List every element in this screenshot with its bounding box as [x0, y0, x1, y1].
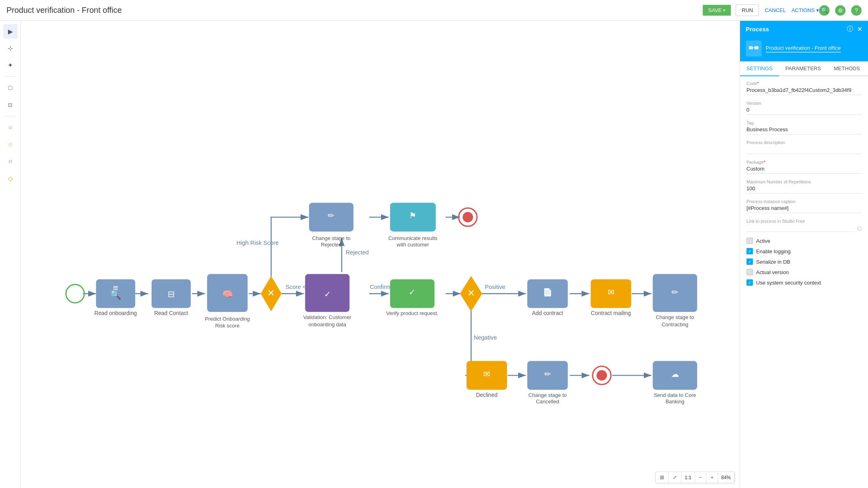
- label-rejected: Rejected: [346, 249, 369, 256]
- svg-text:Declined: Declined: [476, 392, 498, 398]
- diagram-canvas[interactable]: Score <45 High Risk Score Rejected Confi…: [21, 21, 740, 488]
- checkbox-serialize-row: ✓ Serialize in DB: [746, 258, 862, 265]
- checkbox-active[interactable]: [746, 238, 753, 244]
- lasso-tool[interactable]: ⊡: [3, 98, 18, 112]
- version-label: Version: [746, 101, 862, 106]
- checkbox-actual-version-row: Actual version: [746, 269, 862, 275]
- end-bottom-inner: [596, 370, 607, 380]
- process-instance-caption-label: Process instance caption: [746, 199, 862, 204]
- grid-button[interactable]: ⊞: [656, 472, 669, 483]
- svg-text:✏: ✏: [544, 370, 551, 378]
- actions-button[interactable]: ACTIONS ▾: [791, 7, 819, 13]
- max-repetitions-label: Maximum Number of Repetitions: [746, 179, 862, 184]
- checkbox-actual-version-label: Actual version: [756, 269, 789, 275]
- checkbox-serialize[interactable]: ✓: [746, 258, 753, 265]
- tab-settings[interactable]: SETTINGS: [740, 61, 779, 76]
- ratio-label: 1:1: [681, 472, 695, 483]
- svg-text:Change stage to: Change stage to: [656, 314, 694, 320]
- svg-text:📄: 📄: [543, 287, 553, 297]
- fit-button[interactable]: ⤢: [669, 472, 681, 483]
- process-flow-icon: [748, 43, 759, 54]
- svg-text:⚑: ⚑: [409, 211, 416, 220]
- right-panel: Process ⓘ ✕ Product verification - Front…: [740, 21, 868, 488]
- close-icon[interactable]: ✕: [857, 25, 862, 33]
- version-value[interactable]: 0: [746, 107, 862, 115]
- svg-text:🔍: 🔍: [110, 289, 122, 300]
- checkbox-logging-label: Enable logging: [756, 248, 791, 254]
- field-process-instance-caption: Process instance caption [#Process name#…: [746, 199, 862, 213]
- svg-text:with customer: with customer: [396, 242, 429, 248]
- run-button[interactable]: RUN: [736, 4, 759, 16]
- tag-value[interactable]: Business Process: [746, 126, 862, 134]
- process-instance-caption-value[interactable]: [#Process name#]: [746, 205, 862, 213]
- checkbox-actual-version[interactable]: [746, 269, 753, 275]
- move-tool[interactable]: ⊹: [3, 41, 18, 55]
- svg-text:✉: ✉: [608, 288, 614, 297]
- max-repetitions-value[interactable]: 100: [746, 185, 862, 193]
- link-value[interactable]: [746, 225, 855, 232]
- right-panel-title: Process: [746, 26, 769, 33]
- svg-text:✉: ✉: [483, 370, 490, 378]
- start-node[interactable]: [66, 285, 84, 303]
- red-circle-tool[interactable]: ○: [3, 154, 18, 169]
- save-button[interactable]: SAVE ▾: [703, 5, 731, 16]
- svg-text:Risk score: Risk score: [215, 323, 239, 329]
- svg-text:Contract mailing: Contract mailing: [591, 310, 631, 317]
- cancel-button[interactable]: CANCEL: [765, 7, 786, 13]
- checkbox-security[interactable]: ✓: [746, 279, 753, 286]
- toolbar-separator-2: [4, 116, 16, 116]
- form-section-main: Code* Process_b3ba1d7_fb422f4Custom2_3db…: [740, 76, 868, 295]
- gear-icon[interactable]: ⚙: [835, 5, 846, 16]
- package-value[interactable]: Custom: [746, 166, 862, 174]
- settings-form: Code* Process_b3ba1d7_fb422f4Custom2_3db…: [740, 76, 868, 488]
- field-process-description: Process description: [746, 140, 862, 154]
- right-panel-header-icons: ⓘ ✕: [847, 25, 862, 33]
- svg-text:Cancelled: Cancelled: [536, 399, 559, 405]
- field-max-repetitions: Maximum Number of Repetitions 100: [746, 179, 862, 193]
- external-link-icon[interactable]: ⬡: [857, 226, 862, 232]
- svg-text:Validation: Customer: Validation: Customer: [303, 314, 352, 320]
- diamond-tool[interactable]: ◇: [3, 171, 18, 185]
- process-description-value[interactable]: [746, 146, 862, 154]
- svg-text:✕: ✕: [267, 288, 275, 298]
- svg-text:✏: ✏: [328, 211, 335, 220]
- page-title: Product verification - Front office: [6, 6, 696, 15]
- search-icon[interactable]: 🔍: [819, 5, 829, 16]
- svg-text:✓: ✓: [324, 290, 331, 299]
- svg-text:Contracting: Contracting: [661, 321, 688, 327]
- pointer-tool[interactable]: ▶: [3, 24, 18, 39]
- code-value[interactable]: Process_b3ba1d7_fb422f4Custom2_3db34f9: [746, 87, 862, 95]
- svg-text:⊟: ⊟: [168, 289, 175, 299]
- connect-tool[interactable]: ✦: [3, 58, 18, 72]
- settings-tabs: SETTINGS PARAMETERS METHODS: [740, 61, 868, 76]
- field-package: Package* Custom: [746, 160, 862, 174]
- checkbox-active-row: Active: [746, 238, 862, 244]
- zoom-in-button[interactable]: +: [706, 472, 718, 483]
- info-icon[interactable]: ⓘ: [847, 25, 853, 33]
- field-link: Link to process in Studio Free ⬡: [746, 219, 862, 232]
- svg-rect-38: [749, 46, 753, 49]
- label-positive: Positive: [485, 284, 505, 290]
- label-highriskscore: High Risk Score: [237, 240, 279, 246]
- zoom-out-button[interactable]: −: [695, 472, 707, 483]
- circle-tool[interactable]: ○: [3, 120, 18, 135]
- checkbox-enable-logging[interactable]: ✓: [746, 248, 753, 254]
- toolbar-separator: [4, 76, 16, 77]
- rectangle-tool[interactable]: □: [3, 81, 18, 95]
- tab-parameters[interactable]: PARAMETERS: [779, 61, 827, 76]
- actions-arrow: ▾: [816, 7, 819, 13]
- checkbox-serialize-label: Serialize in DB: [756, 259, 790, 265]
- package-label: Package*: [746, 160, 862, 165]
- end-top-inner: [462, 212, 473, 222]
- orange-circle-tool[interactable]: ○: [3, 137, 18, 152]
- tab-methods[interactable]: METHODS: [827, 61, 866, 76]
- process-icon-box: [746, 41, 762, 57]
- field-code: Code* Process_b3ba1d7_fb422f4Custom2_3db…: [746, 81, 862, 95]
- help-icon[interactable]: ?: [851, 5, 862, 16]
- svg-text:✏: ✏: [671, 288, 678, 297]
- process-name: Product verification - Front office: [766, 45, 841, 53]
- tag-label: Tag: [746, 120, 862, 125]
- svg-text:Banking: Banking: [665, 399, 684, 405]
- left-toolbar: ▶ ⊹ ✦ □ ⊡ ○ ○ ○ ◇: [0, 21, 21, 488]
- link-label: Link to process in Studio Free: [746, 219, 862, 224]
